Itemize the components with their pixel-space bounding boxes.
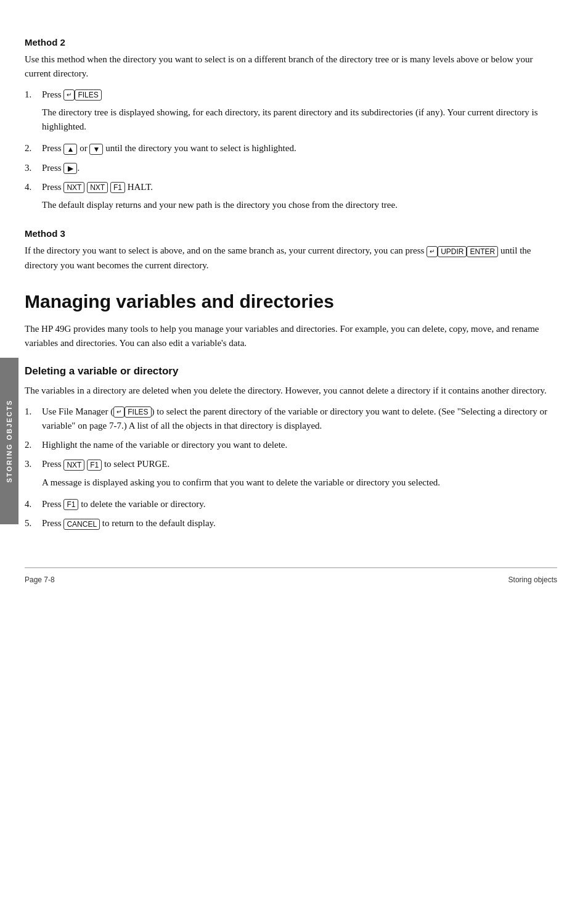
step-number: 3. [25,161,42,175]
step-content: Press NXT F1 to select PURGE. A message … [42,457,557,492]
footer-divider [25,567,557,568]
del-step3-sub: A message is displayed asking you to con… [42,476,557,490]
method2-step-2: 2. Press ▲ or ▼ until the directory you … [25,141,557,155]
side-tab-label: Storing objects [6,400,13,483]
method2-step-4: 4. Press NXT NXT F1 HALT. The default di… [25,180,557,215]
step-number: 2. [25,141,42,155]
method2-steps: 1. Press ↵FILES The directory tree is di… [25,88,557,215]
shift-key: ↵ [63,89,75,101]
method2-intro: Use this method when the directory you w… [25,52,557,81]
nxt-key2: NXT [87,182,108,193]
managing-para: The HP 49G provides many tools to help y… [25,322,557,351]
side-tab: Storing objects [0,358,18,524]
method3-para: If the directory you want to select is a… [25,244,557,273]
del-step-3: 3. Press NXT F1 to select PURGE. A messa… [25,457,557,492]
footer-section: Storing objects [508,575,557,584]
step-number: 3. [25,457,42,471]
del-step-5: 5. Press CANCEL to return to the default… [25,516,557,530]
step-number: 1. [25,88,42,102]
f1-key: F1 [110,182,125,193]
files-key: FILES [75,89,101,101]
deleting-intro: The variables in a directory are deleted… [25,384,557,398]
shift-key-d1: ↵ [113,406,125,418]
step-content: Press CANCEL to return to the default di… [42,516,557,530]
step-number: 2. [25,438,42,452]
method2-step-1: 1. Press ↵FILES The directory tree is di… [25,88,557,137]
up-key: ▲ [63,144,77,155]
step-content: Press ▶. [42,161,557,175]
step-content: Press NXT NXT F1 HALT. The default displ… [42,180,557,215]
step-content: Use File Manager (↵FILES) to select the … [42,405,557,434]
del-step-4: 4. Press F1 to delete the variable or di… [25,497,557,511]
files-key-d1: FILES [125,406,151,418]
step1-sub: The directory tree is displayed showing,… [42,105,557,134]
step-content: Press ↵FILES The directory tree is displ… [42,88,557,137]
step-content: Press F1 to delete the variable or direc… [42,497,557,511]
shift-key-m3: ↵ [427,246,438,257]
step-number: 4. [25,180,42,194]
main-content: Method 2 Use this method when the direct… [25,0,557,903]
updir-key: UPDIR [438,246,467,257]
enter-key: ENTER [467,246,498,257]
step-number: 4. [25,497,42,511]
down-key: ▼ [89,144,103,155]
f1-key-d3: F1 [87,460,102,471]
managing-heading: Managing variables and directories [25,291,557,312]
method3-heading: Method 3 [25,228,557,239]
footer-container: Page 7-8 Storing objects [25,567,557,584]
footer: Page 7-8 Storing objects [25,573,557,584]
f1-key-d4: F1 [63,499,78,510]
step4-sub: The default display returns and your new… [42,198,557,212]
step-content: Highlight the name of the variable or di… [42,438,557,452]
deleting-heading: Deleting a variable or directory [25,365,557,377]
nxt-key: NXT [63,182,84,193]
step-number: 5. [25,516,42,530]
del-step-2: 2. Highlight the name of the variable or… [25,438,557,452]
step-content: Press ▲ or ▼ until the directory you wan… [42,141,557,155]
nxt-key-d3: NXT [63,460,84,471]
cancel-key: CANCEL [63,519,100,530]
method2-step-3: 3. Press ▶. [25,161,557,175]
deleting-steps: 1. Use File Manager (↵FILES) to select t… [25,405,557,531]
del-step-1: 1. Use File Manager (↵FILES) to select t… [25,405,557,434]
method2-heading: Method 2 [25,37,557,47]
page-number: Page 7-8 [25,575,55,584]
step-number: 1. [25,405,42,419]
right-key: ▶ [63,163,77,174]
